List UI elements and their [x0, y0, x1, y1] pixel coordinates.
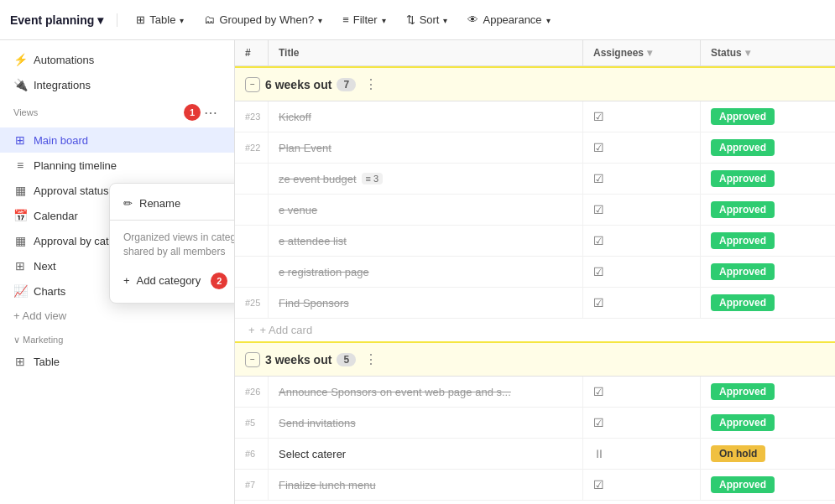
row-assignees-cell: ☑	[583, 226, 701, 256]
subtask-badge: ≡ 3	[362, 173, 384, 184]
assignees-header-label: Assignees	[593, 47, 644, 59]
calendar-icon: 📅	[13, 209, 27, 222]
appearance-chevron	[546, 13, 551, 26]
group-title-cell-3weeks: − 3 weeks out 5 ⋮	[235, 343, 583, 376]
row-status-cell: Approved	[701, 288, 835, 318]
table-row: #6Select caterer⏸On hold	[235, 439, 835, 470]
row-status-cell: Approved	[701, 195, 835, 225]
assignees-sort-icon: ▾	[647, 47, 652, 59]
rename-menu-item[interactable]: ✏ Rename	[110, 190, 235, 216]
group-dots-menu-3weeks[interactable]: ⋮	[361, 350, 381, 369]
views-dot-menu-button[interactable]: ⋯	[201, 102, 221, 122]
table-row: #7Finalize lunch menu☑Approved	[235, 470, 835, 501]
group-rows-6weeks: #23Kickoff☑Approved#22Plan Event☑Approve…	[235, 101, 835, 319]
row-title-cell: e attendee list	[269, 226, 583, 256]
row-number: #6	[245, 449, 255, 459]
views-section-header: Views 1 ⋯	[0, 97, 234, 127]
group-status-cell-3weeks	[701, 343, 835, 376]
app-title[interactable]: Event planning ▾	[10, 13, 117, 27]
status-header-label: Status	[711, 47, 742, 59]
appearance-button[interactable]: 👁 Appearance	[459, 9, 558, 30]
table-row: e registration page☑Approved	[235, 257, 835, 288]
row-title-cell: ze event budget≡ 3	[269, 164, 583, 194]
add-category-menu-item[interactable]: + Add category 2	[110, 266, 235, 296]
add-icon: +	[123, 274, 130, 287]
row-num-cell: #7	[235, 470, 269, 500]
col-header-status: Status ▾	[701, 40, 835, 65]
views-dropdown-popup: ✏ Rename Organized views in categories s…	[109, 183, 235, 304]
filter-button[interactable]: ≡ Filter	[334, 9, 394, 30]
col-header-assignees: Assignees ▾	[583, 40, 701, 65]
grouped-icon: 🗂	[204, 13, 215, 26]
sort-button[interactable]: ⇅ Sort	[398, 9, 457, 30]
row-number: #23	[245, 112, 260, 122]
table-row: #22Plan Event☑Approved	[235, 132, 835, 164]
row-assignees-cell: ☑	[583, 470, 701, 500]
sidebar-item-table[interactable]: ⊞ Table	[0, 349, 234, 374]
row-check-icon: ☑	[593, 141, 604, 154]
filter-icon: ≡	[342, 13, 349, 26]
grouped-chevron	[318, 13, 322, 26]
group-toggle-6weeks[interactable]: −	[245, 77, 260, 92]
group-title-cell-6weeks: − 6 weeks out 7 ⋮	[235, 68, 583, 101]
table-row: #5Send invitations☑Approved	[235, 408, 835, 439]
category-icon: ▦	[13, 234, 27, 247]
table-chevron	[180, 13, 184, 26]
row-status-cell: Approved	[701, 408, 835, 438]
status-badge: Approved	[711, 201, 775, 218]
row-status-cell: Approved	[701, 226, 835, 256]
row-status-cell: Approved	[701, 132, 835, 163]
row-title-cell: Announce Sponsors on event web page and …	[269, 377, 583, 407]
group-status-cell-6weeks	[701, 68, 835, 101]
group-assignees-cell-6weeks	[583, 68, 701, 101]
row-title-cell: e venue	[269, 195, 583, 225]
row-title-cell: Send invitations	[269, 408, 583, 438]
col-header-hash: #	[235, 40, 269, 65]
sidebar-item-planning-timeline[interactable]: ≡ Planning timeline	[0, 153, 234, 178]
filter-label: Filter	[353, 13, 378, 26]
add-view-label: + Add view	[13, 309, 66, 322]
row-assignees-cell: ☑	[583, 377, 701, 407]
dropdown-divider	[110, 220, 235, 221]
row-number: #25	[245, 298, 260, 308]
table-row: #25Find Sponsors☑Approved	[235, 288, 835, 319]
eye-icon: 👁	[467, 13, 478, 26]
row-check-icon: ☑	[593, 416, 604, 429]
row-title-cell: Kickoff	[269, 101, 583, 132]
table-icon: ⊞	[136, 13, 145, 26]
group-assignees-cell-3weeks	[583, 343, 701, 376]
add-card-label-6weeks: + Add card	[260, 324, 313, 336]
group-row-3weeks: − 3 weeks out 5 ⋮	[235, 341, 835, 377]
main-content: ⚡ Automations 🔌 Integrations Views 1 ⋯ ⊞…	[0, 40, 835, 504]
row-status-cell: Approved	[701, 377, 835, 407]
charts-icon: 📈	[13, 284, 27, 298]
add-card-6weeks[interactable]: + + Add card	[235, 319, 835, 341]
sidebar-item-main-board[interactable]: ⊞ Main board	[0, 127, 234, 153]
row-status-cell: Approved	[701, 257, 835, 287]
timeline-icon: ≡	[13, 158, 27, 172]
row-title-text: e attendee list	[279, 235, 347, 247]
table-view-button[interactable]: ⊞ Table	[128, 9, 192, 30]
status-badge: Approved	[711, 383, 775, 400]
status-badge: Approved	[711, 108, 775, 125]
plug-icon: 🔌	[13, 78, 27, 91]
sidebar-item-integrations[interactable]: 🔌 Integrations	[0, 72, 234, 97]
row-num-cell: #5	[235, 408, 269, 438]
row-title-text: Finalize lunch menu	[279, 479, 376, 491]
group-row-6weeks: − 6 weeks out 7 ⋮	[235, 66, 835, 101]
rename-label: Rename	[139, 197, 180, 210]
row-title-cell: Select caterer	[269, 439, 583, 469]
rename-icon: ✏	[123, 197, 133, 210]
row-assignees-cell: ☑	[583, 257, 701, 287]
sort-icon: ⇅	[406, 13, 415, 26]
row-check-icon: ☑	[593, 172, 604, 185]
group-toggle-3weeks[interactable]: −	[245, 352, 260, 367]
grouped-button[interactable]: 🗂 Grouped by When?	[196, 9, 331, 30]
appearance-label: Appearance	[483, 13, 541, 26]
row-assignees-cell: ☑	[583, 132, 701, 163]
grid-icon: ⊞	[13, 133, 27, 147]
status-badge: Approved	[711, 263, 775, 280]
group-dots-menu-6weeks[interactable]: ⋮	[361, 75, 381, 94]
add-view-button[interactable]: + Add view	[0, 304, 234, 328]
sidebar-item-automations[interactable]: ⚡ Automations	[0, 47, 234, 72]
